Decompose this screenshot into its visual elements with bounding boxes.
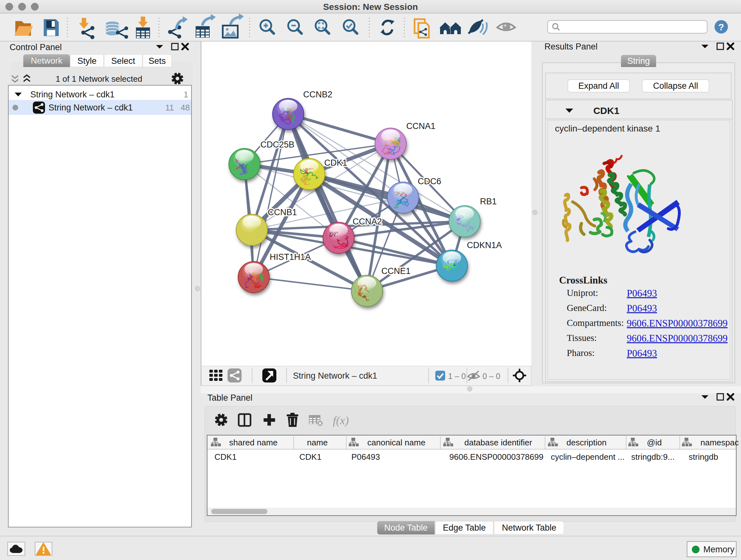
svg-text:CCNB2: CCNB2 [303, 90, 333, 99]
svg-text:CCNE1: CCNE1 [381, 266, 411, 276]
svg-text:RB1: RB1 [480, 197, 497, 206]
svg-text:CDC6: CDC6 [418, 177, 441, 186]
svg-text:CCNB1: CCNB1 [268, 207, 297, 217]
svg-text:HIST1H1A: HIST1H1A [270, 252, 311, 262]
svg-text:CDK1: CDK1 [324, 158, 347, 168]
svg-text:CCNA2: CCNA2 [353, 217, 382, 226]
svg-text:CDC25B: CDC25B [260, 140, 294, 149]
svg-text:?: ? [718, 22, 724, 32]
svg-text:CCNA1: CCNA1 [406, 121, 435, 131]
svg-text:CDKN1A: CDKN1A [467, 240, 502, 250]
